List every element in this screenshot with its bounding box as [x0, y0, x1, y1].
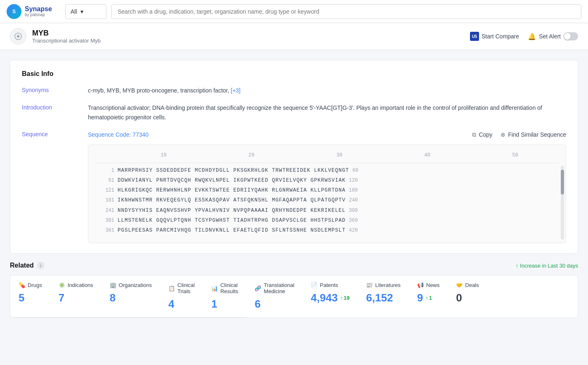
ruler-30: 30 [336, 152, 342, 159]
seq-line-301: 301 LLMSTENELK GQQVLPTQNH TCSYPGWHST TIA… [95, 216, 559, 225]
related-deals[interactable]: 🤝 Deals 0 [448, 275, 487, 318]
search-input[interactable] [111, 4, 581, 19]
synonyms-row: Synonyms c-myb, MYB, MYB proto-oncogene,… [22, 86, 566, 95]
news-icon: 📢 [417, 282, 424, 288]
clinical-trials-count: 4 [168, 298, 195, 310]
news-up-arrow: ↑ [425, 295, 428, 301]
trans-icon: 🧬 [255, 285, 261, 292]
indications-label: ✳️ Indications [59, 282, 93, 288]
set-alert-button[interactable]: 🔔 Set Alert [527, 32, 578, 41]
patents-up-arrow: ↑ [340, 295, 343, 301]
copy-icon: ⧉ [472, 131, 476, 138]
alert-bell-icon: 🔔 [527, 32, 536, 41]
related-translational[interactable]: 🧬 Translational Medicine 6 [246, 275, 302, 318]
patents-increase: ↑ 19 [340, 295, 349, 301]
related-header: Related i ↑ Increase in Last 30 days [10, 262, 578, 269]
patent-icon: 📄 [311, 282, 317, 288]
synonyms-label: Synonyms [22, 86, 88, 95]
set-alert-label: Set Alert [539, 33, 561, 40]
seq-line-61: 61 DDWKVIANYL PNRTDVQCQH RWQKVLNPEL IKGP… [95, 176, 559, 185]
sequence-box: 10 20 30 40 50 1 MARRPRHSIY SSDEDDEDFE M… [88, 145, 566, 244]
top-header: S Synapse by patsnap All ▾ [0, 0, 588, 23]
sequence-ruler: 10 20 30 40 50 [95, 152, 559, 163]
news-increase: ↑ 1 [425, 295, 432, 301]
related-indications[interactable]: ✳️ Indications 7 [50, 275, 102, 317]
synonyms-text: c-myb, MYB, MYB proto-oncogene, transcri… [88, 87, 229, 94]
introduction-label: Introduction [22, 103, 88, 122]
increase-label: Increase in Last 30 days [520, 263, 578, 269]
translational-label: 🧬 Translational Medicine [255, 282, 294, 294]
news-label: 📢 News [417, 282, 440, 288]
related-info-icon[interactable]: i [37, 262, 45, 269]
copy-label: Copy [479, 131, 492, 138]
drugs-label: 💊 Drugs [19, 282, 42, 288]
seq-line-241: 241 NNDYSYYHIS EAQNVSSHVP YPVALHVNIV NVP… [95, 206, 559, 215]
sequence-header: Sequence Code: 77340 ⧉ Copy ⊕ Find Simil… [88, 130, 566, 139]
logo-icon: S [7, 4, 21, 19]
entity-subtitle: Transcriptional activator Myb [32, 38, 101, 44]
ruler-40: 40 [424, 152, 430, 159]
logo-sub: by patsnap [25, 12, 52, 17]
lit-icon: 📰 [366, 282, 373, 288]
patents-count: 4,943 ↑ 19 [311, 292, 349, 304]
related-news[interactable]: 📢 News 9 ↑ 1 [409, 275, 448, 318]
up-arrow-icon: ↑ [516, 263, 519, 269]
basic-info-card: Basic Info Synonyms c-myb, MYB, MYB prot… [10, 60, 578, 254]
search-filter-dropdown[interactable]: All ▾ [65, 4, 106, 19]
drugs-count: 5 [19, 292, 42, 304]
filter-label: All [71, 8, 77, 15]
entity-info: MYB Transcriptional activator Myb [32, 29, 101, 44]
deal-icon: 🤝 [456, 282, 463, 288]
organizations-count: 8 [110, 292, 152, 304]
related-drugs[interactable]: 💊 Drugs 5 [10, 275, 50, 317]
related-clinical-results[interactable]: 📊 Clinical Results 1 [203, 275, 246, 317]
clinical-results-count: 1 [211, 298, 238, 310]
main-content: Basic Info Synonyms c-myb, MYB, MYB prot… [0, 50, 588, 328]
sequence-actions: ⧉ Copy ⊕ Find Similar Sequence [472, 131, 566, 138]
related-organizations[interactable]: 🏢 Organizations 8 [102, 275, 160, 317]
scrollbar-thumb [561, 170, 564, 194]
chevron-down-icon: ▾ [80, 8, 83, 15]
introduction-row: Introduction Transcriptional activator; … [22, 103, 566, 122]
start-compare-button[interactable]: U5 Start Compare [470, 32, 519, 41]
ruler-20: 20 [248, 152, 254, 159]
entity-icon [10, 28, 26, 45]
org-icon: 🏢 [110, 282, 116, 288]
organizations-label: 🏢 Organizations [110, 282, 152, 288]
drug-icon: 💊 [19, 282, 25, 288]
entity-actions: U5 Start Compare 🔔 Set Alert [470, 32, 578, 41]
sequence-code-link[interactable]: Sequence Code: 77340 [88, 130, 149, 139]
logo-name: Synapse [25, 6, 52, 12]
seq-line-361: 361 PGSLPEESAS PARCMIVHQG TILDNVKNLL EFA… [95, 226, 559, 235]
ruler-10: 10 [161, 152, 166, 159]
svg-point-1 [17, 35, 19, 38]
seq-line-121: 121 HLKGRIGKQC RERWHNHLNP EVKKTSWTEE EDR… [95, 186, 559, 194]
result-icon: 📊 [211, 285, 218, 292]
translational-count: 6 [255, 298, 294, 310]
logo-text: Synapse by patsnap [25, 6, 52, 17]
basic-info-title: Basic Info [22, 70, 566, 78]
alert-toggle[interactable] [563, 32, 578, 40]
trial-icon: 📋 [168, 285, 175, 292]
find-similar-label: Find Similar Sequence [508, 131, 566, 138]
patents-label: 📄 Patents [311, 282, 349, 288]
copy-button[interactable]: ⧉ Copy [472, 131, 492, 138]
related-literatures[interactable]: 📰 Literatures 6,152 [358, 275, 409, 318]
find-similar-button[interactable]: ⊕ Find Similar Sequence [501, 131, 566, 138]
synonyms-value: c-myb, MYB, MYB proto-oncogene, transcri… [88, 86, 566, 95]
related-patents[interactable]: 📄 Patents 4,943 ↑ 19 [302, 275, 358, 318]
related-bottom-row: 🧬 Translational Medicine 6 📄 Patents 4,9… [246, 275, 487, 318]
toggle-knob [564, 33, 571, 40]
related-clinical-trials[interactable]: 📋 Clinical Trials 4 [160, 275, 203, 317]
sequence-content: Sequence Code: 77340 ⧉ Copy ⊕ Find Simil… [88, 130, 566, 243]
news-count: 9 ↑ 1 [417, 292, 440, 304]
compare-icon: U5 [470, 32, 479, 41]
introduction-value: Transcriptional activator; DNA-binding p… [88, 103, 566, 122]
entity-left: MYB Transcriptional activator Myb [10, 28, 101, 45]
sequence-scrollbar[interactable] [561, 166, 564, 240]
related-title-area: Related i [10, 262, 45, 269]
synonyms-more[interactable]: [+3] [231, 87, 241, 94]
deals-label: 🤝 Deals [456, 282, 479, 288]
related-title: Related [10, 262, 34, 269]
find-similar-icon: ⊕ [501, 131, 505, 138]
